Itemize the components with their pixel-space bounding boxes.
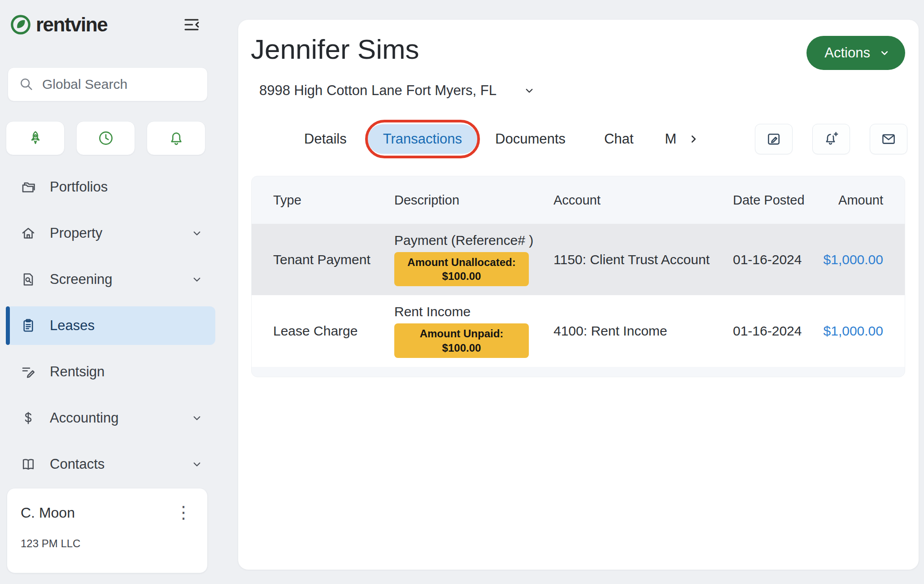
add-reminder-button[interactable]	[812, 124, 850, 154]
signature-icon	[20, 364, 38, 380]
main-content: Jennifer Sims Actions 8998 High Cotton L…	[238, 20, 919, 570]
edit-note-icon	[766, 131, 782, 147]
sidebar-item-label: Rentsign	[50, 364, 105, 380]
chevron-down-icon	[190, 273, 204, 286]
property-address-selector[interactable]: 8998 High Cotton Lane Fort Myers, FL	[259, 83, 536, 99]
badge-label: Amount Unallocated:	[400, 255, 523, 269]
rentvine-leaf-icon	[10, 14, 31, 35]
tab-details[interactable]: Details	[304, 131, 347, 147]
envelope-icon	[880, 131, 897, 147]
sidebar-item-label: Screening	[50, 271, 113, 288]
badge-value: $100.00	[400, 269, 523, 283]
property-address: 8998 High Cotton Lane Fort Myers, FL	[259, 83, 497, 99]
actions-button-label: Actions	[824, 45, 870, 61]
cell-description: Payment (Reference# )	[394, 233, 533, 248]
user-company: 123 PM LLC	[21, 537, 196, 550]
header-tools	[755, 124, 907, 154]
cell-date-posted: 01-16-2024	[733, 252, 818, 267]
brand-name: rentvine	[36, 13, 107, 36]
sidebar-header: rentvine	[0, 0, 224, 36]
badge-label: Amount Unpaid:	[400, 327, 523, 340]
sidebar: rentvine	[0, 0, 224, 584]
leasing-rocket-button[interactable]	[6, 121, 65, 155]
sidebar-item-portfolios[interactable]: Portfolios	[6, 168, 215, 206]
chevron-down-icon	[190, 227, 204, 240]
chevron-down-icon	[523, 84, 536, 97]
compose-note-button[interactable]	[755, 124, 793, 154]
cell-date-posted: 01-16-2024	[733, 323, 818, 339]
column-header-account: Account	[554, 193, 733, 208]
sidebar-item-accounting[interactable]: Accounting	[6, 399, 215, 437]
table-row[interactable]: Tenant Payment Payment (Reference# ) Amo…	[252, 224, 905, 295]
cell-type: Lease Charge	[273, 323, 394, 339]
dollar-icon	[20, 410, 38, 426]
collapse-sidebar-icon[interactable]	[182, 15, 201, 34]
cell-description: Rent Income	[394, 304, 471, 319]
book-icon	[20, 456, 38, 472]
sidebar-item-label: Contacts	[50, 456, 105, 472]
tab-documents[interactable]: Documents	[495, 131, 566, 147]
cell-amount-link[interactable]: $1,000.00	[818, 323, 883, 339]
tabs: Details Transactions Documents Chat M	[238, 121, 919, 157]
chevron-down-icon	[878, 47, 891, 59]
sidebar-item-label: Leases	[50, 318, 95, 334]
table-row[interactable]: Lease Charge Rent Income Amount Unpaid: …	[252, 295, 905, 366]
notifications-button[interactable]	[147, 121, 205, 155]
actions-button[interactable]: Actions	[806, 36, 905, 70]
badge-value: $100.00	[400, 341, 523, 355]
clock-icon	[97, 130, 114, 147]
search-input[interactable]	[42, 77, 196, 92]
search-icon	[19, 77, 34, 92]
tabs-scroll-right-icon[interactable]	[686, 132, 701, 146]
house-icon	[20, 225, 38, 241]
table-header-row: Type Description Account Date Posted Amo…	[252, 176, 905, 224]
document-search-icon	[20, 271, 38, 288]
cell-account: 4100: Rent Income	[554, 323, 733, 339]
global-search[interactable]	[8, 67, 208, 101]
bell-icon	[168, 130, 185, 147]
amount-unallocated-badge: Amount Unallocated: $100.00	[394, 252, 529, 286]
recent-history-button[interactable]	[76, 121, 135, 155]
tab-transactions[interactable]: Transactions	[368, 124, 477, 154]
cell-type: Tenant Payment	[273, 252, 394, 267]
sidebar-nav: Portfolios Property Screening Leas	[0, 168, 224, 484]
column-header-amount: Amount	[818, 193, 883, 208]
column-header-type: Type	[273, 193, 394, 208]
column-header-description: Description	[394, 193, 554, 208]
rentvine-logo: rentvine	[10, 13, 107, 36]
chevron-down-icon	[190, 411, 204, 425]
sidebar-item-contacts[interactable]: Contacts	[6, 445, 215, 484]
amount-unpaid-badge: Amount Unpaid: $100.00	[394, 323, 529, 357]
page-title: Jennifer Sims	[251, 33, 419, 65]
cell-account: 1150: Client Trust Account	[554, 252, 733, 267]
cell-amount-link[interactable]: $1,000.00	[818, 252, 883, 267]
tab-truncated[interactable]: M	[665, 131, 676, 147]
user-name: C. Moon	[21, 505, 75, 521]
bell-plus-icon	[823, 131, 839, 147]
folder-icon	[20, 179, 38, 195]
tab-chat[interactable]: Chat	[604, 131, 633, 147]
sidebar-item-leases[interactable]: Leases	[6, 306, 215, 345]
sidebar-item-screening[interactable]: Screening	[6, 260, 215, 299]
kebab-menu-icon[interactable]: ⋮	[171, 505, 196, 520]
sidebar-item-property[interactable]: Property	[6, 214, 215, 253]
email-button[interactable]	[870, 124, 907, 154]
sidebar-item-rentsign[interactable]: Rentsign	[6, 353, 215, 391]
sidebar-item-label: Portfolios	[50, 179, 108, 195]
user-card: C. Moon ⋮ 123 PM LLC	[7, 488, 208, 573]
quick-actions	[6, 121, 215, 155]
sidebar-item-label: Property	[50, 225, 102, 241]
sidebar-item-label: Accounting	[50, 410, 118, 426]
chevron-down-icon	[190, 458, 204, 471]
column-header-date-posted: Date Posted	[733, 193, 818, 208]
rocket-icon	[27, 130, 44, 147]
transactions-table: Type Description Account Date Posted Amo…	[251, 176, 905, 377]
tab-transactions-wrap: Transactions	[368, 124, 477, 154]
clipboard-icon	[20, 318, 38, 334]
